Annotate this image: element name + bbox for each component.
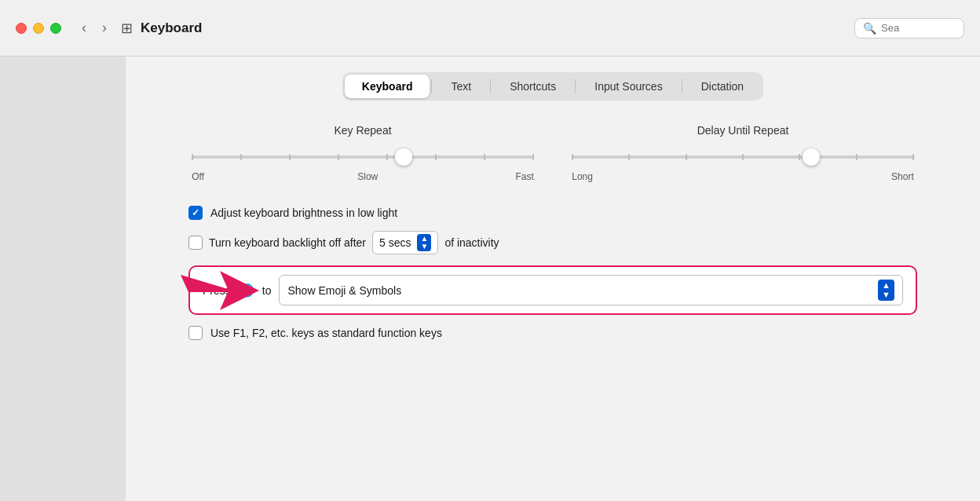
adjust-brightness-label: Adjust keyboard brightness in low light bbox=[210, 207, 397, 219]
press-to-label: to bbox=[262, 284, 272, 297]
delay-repeat-track bbox=[572, 155, 914, 159]
adjust-brightness-checkbox[interactable] bbox=[188, 206, 203, 220]
press-stepper-down: ▼ bbox=[882, 291, 890, 299]
key-repeat-label: Key Repeat bbox=[334, 124, 391, 137]
fkeys-row: Use F1, F2, etc. keys as standard functi… bbox=[157, 326, 949, 340]
delay-repeat-long-label: Long bbox=[572, 171, 593, 182]
grid-icon: ⊞ bbox=[121, 20, 133, 37]
search-icon: 🔍 bbox=[863, 22, 876, 35]
tab-dictation[interactable]: Dictation bbox=[684, 75, 761, 98]
tick-6 bbox=[435, 154, 437, 160]
dtick-4 bbox=[742, 154, 744, 160]
tabs-bar: Keyboard Text Shortcuts Input Sources Di… bbox=[157, 72, 949, 101]
forward-button[interactable]: › bbox=[97, 16, 112, 39]
dtick-5 bbox=[799, 154, 800, 160]
dtick-3 bbox=[686, 154, 687, 160]
back-button[interactable]: ‹ bbox=[77, 16, 91, 39]
tick-5 bbox=[386, 154, 388, 160]
tick-4 bbox=[338, 154, 339, 160]
backlight-off-row: Turn keyboard backlight off after 5 secs… bbox=[188, 231, 917, 254]
fkeys-checkbox[interactable] bbox=[188, 326, 203, 340]
tabs-container: Keyboard Text Shortcuts Input Sources Di… bbox=[342, 72, 763, 101]
svg-marker-0 bbox=[181, 271, 259, 310]
main-content: Keyboard Text Shortcuts Input Sources Di… bbox=[0, 57, 980, 501]
tick-8 bbox=[532, 154, 534, 160]
tab-input-sources[interactable]: Input Sources bbox=[577, 75, 679, 98]
titlebar: ‹ › ⊞ Keyboard 🔍 bbox=[0, 0, 980, 57]
key-repeat-ticks bbox=[192, 154, 534, 160]
key-repeat-thumb[interactable] bbox=[395, 148, 412, 166]
delay-repeat-labels: Long Short bbox=[572, 171, 914, 182]
tab-divider-4 bbox=[682, 79, 682, 93]
dtick-2 bbox=[628, 154, 630, 160]
key-repeat-fast-label: Fast bbox=[515, 171, 533, 182]
nav-arrows: ‹ › bbox=[77, 16, 112, 39]
key-repeat-slow-label: Slow bbox=[357, 171, 378, 182]
maximize-button[interactable] bbox=[50, 23, 61, 34]
delay-repeat-slider-group: Delay Until Repeat bbox=[572, 124, 914, 182]
dtick-6 bbox=[856, 154, 858, 160]
fkeys-label: Use F1, F2, etc. keys as standard functi… bbox=[210, 327, 442, 339]
tick-7 bbox=[484, 154, 485, 160]
tab-text[interactable]: Text bbox=[433, 75, 488, 98]
press-select-stepper[interactable]: ▲ ▼ bbox=[878, 280, 894, 301]
adjust-brightness-row: Adjust keyboard brightness in low light bbox=[188, 206, 917, 220]
delay-repeat-track-container[interactable] bbox=[572, 149, 914, 165]
backlight-stepper[interactable]: ▲ ▼ bbox=[417, 234, 431, 251]
minimize-button[interactable] bbox=[33, 23, 44, 34]
tab-divider-3 bbox=[575, 79, 576, 93]
tick-1 bbox=[192, 154, 193, 160]
tab-shortcuts[interactable]: Shortcuts bbox=[492, 75, 573, 98]
tab-divider-2 bbox=[490, 79, 491, 93]
delay-repeat-label: Delay Until Repeat bbox=[697, 124, 789, 137]
key-repeat-labels: Off Slow Fast bbox=[192, 171, 534, 182]
stepper-down-icon: ▼ bbox=[420, 243, 428, 251]
tick-3 bbox=[289, 154, 291, 160]
tab-keyboard[interactable]: Keyboard bbox=[345, 75, 430, 98]
traffic-lights bbox=[16, 23, 61, 34]
key-repeat-off-label: Off bbox=[192, 171, 204, 182]
key-repeat-track bbox=[192, 155, 534, 159]
dtick-7 bbox=[912, 154, 914, 160]
backlight-off-label: Turn keyboard backlight off after bbox=[209, 236, 366, 249]
delay-repeat-short-label: Short bbox=[891, 171, 914, 182]
press-select-value: Show Emoji & Symbols bbox=[287, 284, 401, 297]
backlight-time-value: 5 secs bbox=[379, 236, 411, 249]
close-button[interactable] bbox=[16, 23, 27, 34]
window-title: Keyboard bbox=[141, 20, 854, 36]
search-box[interactable]: 🔍 bbox=[854, 18, 964, 38]
sliders-row: Key Repeat bbox=[157, 124, 949, 182]
delay-repeat-thumb[interactable] bbox=[803, 148, 820, 166]
backlight-time-select[interactable]: 5 secs ▲ ▼ bbox=[372, 231, 438, 254]
search-input[interactable] bbox=[881, 22, 944, 34]
press-row-container: Press 🌐 to Show Emoji & Symbols ▲ ▼ bbox=[157, 265, 949, 315]
delay-repeat-ticks bbox=[572, 154, 914, 160]
backlight-off-suffix: of inactivity bbox=[444, 236, 499, 249]
settings-panel: Keyboard Text Shortcuts Input Sources Di… bbox=[126, 57, 980, 501]
key-repeat-slider-group: Key Repeat bbox=[192, 124, 534, 182]
options-section: Adjust keyboard brightness in low light … bbox=[157, 206, 949, 254]
dtick-1 bbox=[572, 154, 573, 160]
backlight-off-checkbox[interactable] bbox=[188, 236, 203, 250]
sidebar bbox=[0, 57, 126, 501]
key-repeat-track-container[interactable] bbox=[192, 149, 534, 165]
press-globe-row: Press 🌐 to Show Emoji & Symbols ▲ ▼ bbox=[188, 265, 917, 315]
red-arrow-annotation bbox=[181, 267, 259, 314]
press-stepper-up: ▲ bbox=[882, 281, 890, 290]
tab-divider-1 bbox=[431, 79, 432, 93]
tick-2 bbox=[240, 154, 242, 160]
press-globe-select[interactable]: Show Emoji & Symbols ▲ ▼ bbox=[279, 275, 903, 305]
